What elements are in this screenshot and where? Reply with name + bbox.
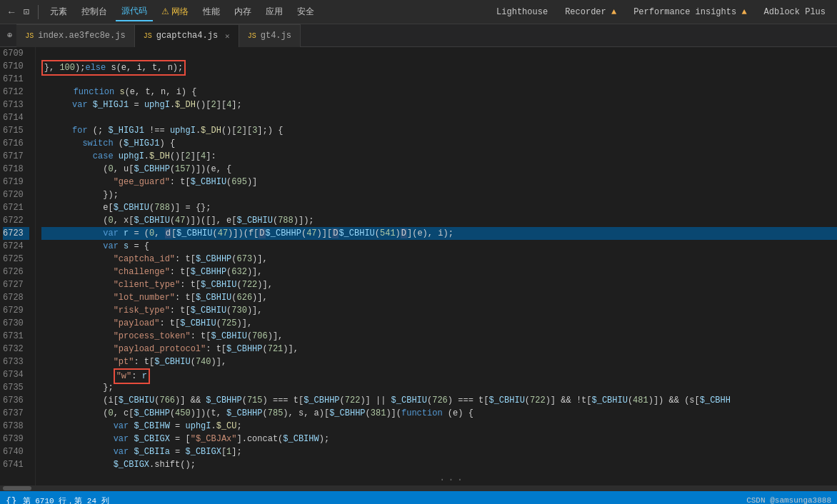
code-6724: var s = { [41,240,837,253]
horizontal-scrollbar[interactable] [0,485,837,491]
tab-security[interactable]: 安全 [291,3,320,21]
code-6725: "captcha_id": t[$_CBHHP(673)], [41,253,837,266]
tab-sources[interactable]: 源代码 [116,2,153,21]
line-6710: 6710 [3,60,29,73]
tab-index-js[interactable]: JS index.ae3fec8e.js [16,24,134,47]
code-6718: (0, u[$_CBHHP(157)])(e, { [41,163,837,176]
tab-memory[interactable]: 内存 [229,3,257,21]
code-6737: (0, c[$_CBHHP(450)])(t, $_CBHHP(785), s,… [41,407,837,420]
adblock-plus-button[interactable]: Adblock Plus [758,4,831,20]
line-6718: 6718 [3,163,29,176]
code-6711 [41,73,837,86]
code-6717: case uphgI.$_DH()[2][4]: [41,150,837,163]
code-6716: switch ($_HIGJ1) { [41,137,837,150]
lighthouse-button[interactable]: Lighthouse [491,4,553,20]
tab-performance[interactable]: 性能 [197,3,226,21]
scroll-thumb[interactable] [3,486,31,490]
tab-console[interactable]: 控制台 [76,3,113,21]
line-6728: 6728 [3,291,29,304]
cursor-position: 第 6710 行，第 24 列 [23,495,109,505]
status-left: {} 第 6710 行，第 24 列 [6,495,109,505]
tab-bar: ⊕ JS index.ae3fec8e.js JS gcaptcha4.js ✕… [0,24,837,47]
line-6730: 6730 [3,317,29,330]
line-6713: 6713 [3,99,29,111]
line-6741: 6741 [3,458,29,471]
code-type-icon: {} [6,495,17,505]
layout-icon[interactable]: ⊡ [20,4,31,19]
code-6736: (i[$_CBHIU(766)] && $_CBHHP(715) === t[$… [41,394,837,407]
line-6722: 6722 [3,214,29,227]
code-6726: "challenge": t[$_CBHHP(632)], [41,266,837,278]
code-6723: var r = (0, d[$_CBHIU(47)])(f[D$_CBHHP(4… [41,227,837,240]
code-6734: "w": r [41,368,837,381]
code-6732: "payload_protocol": t[$_CBHHP(721)], [41,343,837,356]
tab-elements[interactable]: 元素 [44,3,73,21]
tab-icon-gt4: JS [248,32,256,40]
tab-network[interactable]: ⚠ 网络 [156,3,194,21]
code-6710: }, 100);else s(e, i, t, n); [41,60,837,73]
line-6739: 6739 [3,433,29,445]
code-6741: $_CBIGX.shift(); [41,458,837,471]
code-6727: "client_type": t[$_CBHIU(722)], [41,278,837,291]
line-6716: 6716 [3,137,29,150]
code-6729: "risk_type": t[$_CBHIU(730)], [41,304,837,317]
tab-application[interactable]: 应用 [260,3,289,21]
line-6727: 6727 [3,278,29,291]
line-6719: 6719 [3,176,29,188]
line-6720: 6720 [3,188,29,201]
status-bar: {} 第 6710 行，第 24 列 CSDN @samsunga3888 [0,491,837,504]
code-6738: var $_CBIHW = uphgI.$_CU; [41,420,837,433]
code-6722: (0, x[$_CBHIU(47)])([], e[$_CBHIU(788)])… [41,214,837,227]
status-right: CSDN @samsunga3888 [746,496,831,504]
tab-gcaptcha4-js[interactable]: JS gcaptcha4.js ✕ [135,24,239,47]
line-6712: 6712 [3,86,29,99]
line-6736: 6736 [3,394,29,407]
line-6714: 6714 [3,111,29,124]
top-toolbar: ← ⊡ 元素 控制台 源代码 ⚠ 网络 性能 内存 应用 安全 Lighthou… [0,0,837,24]
line-6729: 6729 [3,304,29,317]
line-6740: 6740 [3,445,29,458]
code-6740: var $_CBIIa = $_CBIGX[1]; [41,445,837,458]
code-6733: "pt": t[$_CBHIU(740)], [41,356,837,368]
line-6725: 6725 [3,253,29,266]
code-6709 [41,47,837,60]
line-6735: 6735 [3,381,29,394]
code-area[interactable]: }, 100);else s(e, i, t, n); function s(e… [36,47,837,485]
tab-close-icon[interactable]: ✕ [225,31,230,41]
code-6720: }); [41,188,837,201]
back-icon[interactable]: ← [6,5,17,19]
tab-label-gcaptcha4: gcaptcha4.js [156,31,218,41]
line-6726: 6726 [3,266,29,278]
line-6717: 6717 [3,150,29,163]
code-ellipsis: ... [41,471,837,484]
code-6715: for (; $_HIGJ1 !== uphgI.$_DH()[2][3];) … [41,124,837,137]
line-6715: 6715 [3,124,29,137]
code-6735: }; [41,381,837,394]
code-6731: "process_token": t[$_CBHIU(706)], [41,330,837,343]
recorder-button[interactable]: Recorder ▲ [559,4,622,20]
line-6723: 6723 [3,227,29,240]
new-tab-icon[interactable]: ⊕ [3,29,16,42]
editor: 6709 6710 6711 6712 6713 6714 6715 6716 … [0,47,837,485]
tab-gt4-js[interactable]: JS gt4.js [239,24,301,47]
line-6711: 6711 [3,73,29,86]
code-6721: e[$_CBHIU(788)] = {}; [41,201,837,214]
line-6737: 6737 [3,407,29,420]
line-6724: 6724 [3,240,29,253]
watermark-text: CSDN @samsunga3888 [746,496,831,504]
code-6730: "payload": t[$_CBHIU(725)], [41,317,837,330]
code-6712: function s(e, t, n, i) { [41,86,837,99]
toolbar-right: Lighthouse Recorder ▲ Performance insigh… [491,4,831,20]
performance-insights-button[interactable]: Performance insights ▲ [628,4,752,20]
line-6732: 6732 [3,343,29,356]
code-6719: "gee_guard": t[$_CBHIU(695)] [41,176,837,188]
tab-label-index: index.ae3fec8e.js [38,31,125,41]
separator-1 [38,5,39,19]
code-6713: var $_HIGJ1 = uphgI.$_DH()[2][4]; [41,99,837,111]
line-6731: 6731 [3,330,29,343]
tab-label-gt4: gt4.js [261,31,291,41]
code-6728: "lot_number": t[$_CBHIU(626)], [41,291,837,304]
line-6733: 6733 [3,356,29,368]
tab-icon-gcaptcha4: JS [144,32,152,40]
tab-icon-index: JS [25,32,34,40]
